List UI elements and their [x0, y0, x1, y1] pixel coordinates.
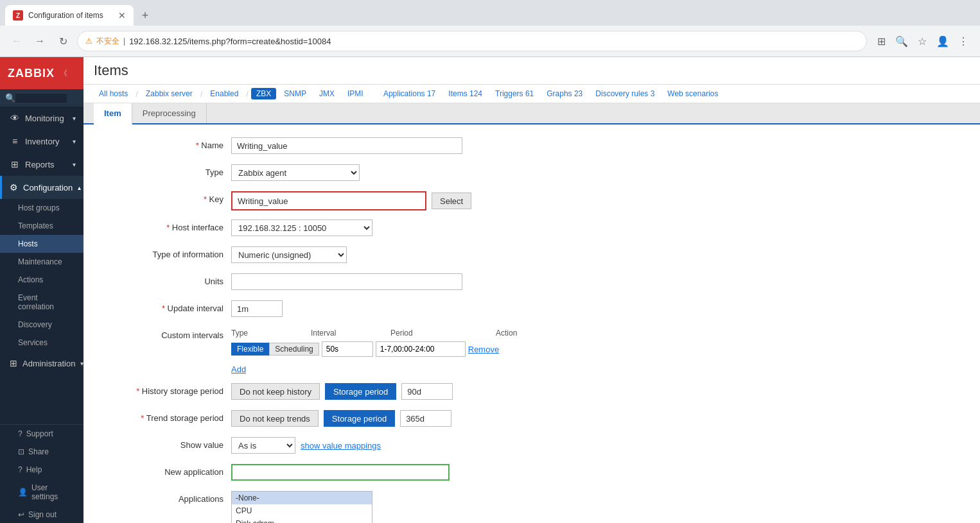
custom-intervals-control: Type Interval Period Action Flexible Sch…	[231, 327, 961, 374]
sidebar-item-host-groups[interactable]: Host groups	[0, 199, 83, 217]
filter-tab-enabled[interactable]: Enabled	[205, 87, 243, 100]
new-tab-button[interactable]: +	[136, 6, 154, 24]
filter-badge-zbx[interactable]: ZBX	[251, 88, 276, 99]
filter-tab-zabbix-server[interactable]: Zabbix server	[141, 87, 198, 100]
sidebar-item-hosts[interactable]: Hosts	[0, 235, 83, 253]
key-input-wrapper	[231, 191, 426, 210]
filter-tab-discovery-rules[interactable]: Discovery rules 3	[590, 87, 660, 100]
search-icon: 🔍	[5, 93, 15, 103]
sidebar-item-maintenance[interactable]: Maintenance	[0, 253, 83, 271]
add-interval-link[interactable]: Add	[231, 364, 246, 374]
name-label: Name	[103, 137, 231, 150]
host-interface-select[interactable]: 192.168.32.125 : 10050	[231, 219, 372, 236]
trend-no-keep-button[interactable]: Do not keep trends	[231, 410, 319, 427]
form-row-key: Key Select	[103, 191, 961, 210]
sidebar-logo: ZABBIX 《	[0, 57, 83, 89]
url-bar[interactable]: ⚠ 不安全 | 192.168.32.125/items.php?form=cr…	[77, 31, 867, 51]
administration-icon: ⊞	[10, 358, 17, 368]
back-button[interactable]: ←	[8, 32, 26, 50]
new-application-input[interactable]	[231, 464, 450, 481]
sidebar-item-services[interactable]: Services	[0, 334, 83, 352]
logo-icons: 《	[60, 68, 67, 79]
value-mapping-link[interactable]: show value mappings	[301, 441, 381, 450]
active-tab[interactable]: Z Configuration of items ✕	[5, 5, 134, 26]
show-value-select[interactable]: As is	[231, 437, 295, 454]
filter-tab-web-scenarios[interactable]: Web scenarios	[662, 87, 723, 100]
scheduling-button[interactable]: Scheduling	[269, 343, 319, 356]
filter-badge-jmx[interactable]: JMX	[314, 88, 340, 99]
update-interval-input[interactable]	[231, 300, 283, 317]
inventory-icon: ≡	[10, 136, 20, 146]
history-value-input[interactable]	[401, 383, 453, 400]
sidebar-item-event-correlation[interactable]: Event correlation	[0, 289, 83, 316]
sidebar-item-monitoring[interactable]: 👁 Monitoring ▾	[0, 107, 83, 130]
url-text: 192.168.32.125/items.php?form=create&hos…	[129, 37, 859, 46]
show-value-control: As is show value mappings	[231, 437, 961, 454]
tab-close-button[interactable]: ✕	[118, 10, 126, 21]
filter-tab-graphs[interactable]: Graphs 23	[541, 87, 588, 100]
list-item[interactable]: Disk cdrom	[232, 517, 372, 523]
list-item[interactable]: CPU	[232, 504, 372, 517]
sidebar-item-inventory[interactable]: ≡ Inventory ▾	[0, 130, 83, 153]
history-no-keep-button[interactable]: Do not keep history	[231, 383, 320, 400]
trend-value-input[interactable]	[400, 410, 451, 427]
type-info-label: Type of information	[103, 246, 231, 259]
filter-badge-snmp[interactable]: SNMP	[279, 88, 311, 99]
forward-button[interactable]: →	[31, 32, 49, 50]
interval-value-input[interactable]	[322, 341, 373, 357]
sidebar-item-configuration[interactable]: ⚙ Configuration ▴	[0, 176, 83, 199]
remove-interval-link[interactable]: Remove	[468, 345, 499, 354]
bookmark-button[interactable]: ☆	[913, 32, 931, 50]
filter-badge-ipmi[interactable]: IPMI	[342, 88, 369, 99]
sidebar-item-user-settings[interactable]: 👤 User settings	[0, 479, 83, 506]
filter-tab-items[interactable]: Items 124	[443, 87, 487, 100]
form-row-host-interface: Host interface 192.168.32.125 : 10050	[103, 219, 961, 237]
sidebar-item-administration[interactable]: ⊞ Administration ▾	[0, 352, 83, 375]
sidebar-item-label: Reports	[25, 160, 55, 169]
sidebar-item-support[interactable]: ? Support	[0, 425, 83, 443]
period-value-input[interactable]	[376, 341, 466, 357]
sidebar-footer-label: Sign out	[28, 510, 57, 519]
menu-button[interactable]: ⋮	[954, 32, 972, 50]
collapse-icon[interactable]: 《	[60, 68, 67, 79]
favicon: Z	[13, 10, 23, 21]
sidebar-search-input[interactable]	[15, 94, 67, 103]
filter-tab-applications[interactable]: Applications 17	[378, 87, 441, 100]
flexible-button[interactable]: Flexible	[231, 343, 269, 356]
history-storage-period-button[interactable]: Storage period	[325, 383, 396, 400]
filter-tab-triggers[interactable]: Triggers 61	[490, 87, 539, 100]
applications-label: Applications	[103, 491, 231, 504]
type-info-control: Numeric (unsigned)	[231, 246, 961, 263]
tab-preprocessing[interactable]: Preprocessing	[132, 103, 207, 123]
type-info-select[interactable]: Numeric (unsigned)	[231, 246, 347, 263]
units-input[interactable]	[231, 273, 462, 290]
translate-button[interactable]: ⊞	[872, 32, 890, 50]
sidebar-item-reports[interactable]: ⊞ Reports ▾	[0, 153, 83, 176]
sidebar-item-label: Configuration	[23, 183, 73, 193]
sidebar-item-share[interactable]: ⊡ Share	[0, 443, 83, 461]
form-row-units: Units	[103, 273, 961, 291]
list-item[interactable]: -None-	[232, 492, 372, 504]
tab-item[interactable]: Item	[94, 103, 132, 124]
filter-tab-all-hosts[interactable]: All hosts	[94, 87, 133, 100]
sidebar-item-sign-out[interactable]: ↩ Sign out	[0, 506, 83, 523]
select-button[interactable]: Select	[432, 193, 471, 209]
update-interval-label: Update interval	[103, 300, 231, 313]
profile-button[interactable]: 👤	[934, 32, 952, 50]
sidebar-item-discovery[interactable]: Discovery	[0, 316, 83, 334]
name-control	[231, 137, 961, 154]
type-select[interactable]: Zabbix agent	[231, 164, 360, 181]
sidebar-item-actions[interactable]: Actions	[0, 271, 83, 289]
reload-button[interactable]: ↻	[54, 32, 72, 50]
address-bar: ← → ↻ ⚠ 不安全 | 192.168.32.125/items.php?f…	[0, 26, 980, 56]
key-input[interactable]	[232, 193, 425, 209]
name-input[interactable]	[231, 137, 462, 154]
form-row-applications: Applications -None- CPU Disk cdrom Disk …	[103, 491, 961, 523]
interval-type-buttons: Flexible Scheduling	[231, 343, 319, 356]
sidebar-item-templates[interactable]: Templates	[0, 217, 83, 235]
main-content: Items All hosts / Zabbix server / Enable…	[83, 57, 980, 523]
search-button[interactable]: 🔍	[893, 32, 911, 50]
sidebar-item-help[interactable]: ? Help	[0, 461, 83, 479]
applications-listbox[interactable]: -None- CPU Disk cdrom Disk sda Filesyste…	[231, 491, 372, 523]
trend-storage-period-button[interactable]: Storage period	[324, 410, 395, 427]
